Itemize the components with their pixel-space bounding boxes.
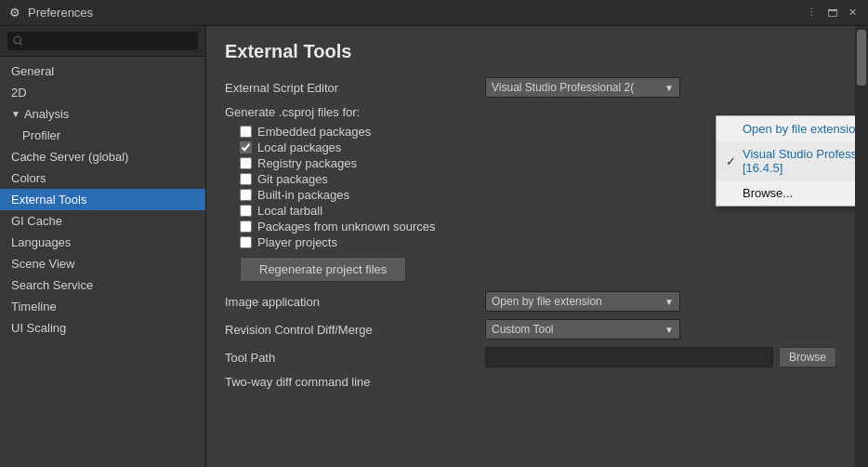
- local-label: Local packages: [257, 140, 341, 154]
- tarball-label: Local tarball: [257, 204, 322, 218]
- script-editor-dropdown[interactable]: Visual Studio Professional 2( ▼: [485, 77, 680, 98]
- script-editor-row: External Script Editor Visual Studio Pro…: [225, 77, 836, 98]
- sidebar-item-label: Profiler: [22, 128, 60, 142]
- dropdown-item-vs-professional[interactable]: ✓ Visual Studio Professional 2019 [16.4.…: [717, 141, 855, 180]
- sidebar-item-label: UI Scaling: [11, 321, 66, 335]
- image-app-row: Image application Open by file extension…: [225, 291, 836, 312]
- sidebar-item-colors[interactable]: Colors: [0, 167, 205, 189]
- player-projects-label: Player projects: [257, 235, 337, 249]
- sidebar-item-label: General: [11, 64, 54, 78]
- regenerate-button[interactable]: Regenerate project files: [240, 257, 406, 282]
- script-editor-value: Visual Studio Professional 2(: [492, 81, 659, 94]
- sidebar-item-search-service[interactable]: Search Service: [0, 274, 205, 296]
- sidebar-item-label: Languages: [11, 235, 71, 249]
- chevron-down-icon: ▼: [664, 297, 674, 307]
- page-title: External Tools: [225, 41, 836, 62]
- embedded-label: Embedded packages: [257, 125, 371, 139]
- dropdown-menu: Open by file extension ✓ Visual Studio P…: [716, 115, 855, 207]
- sidebar-item-timeline[interactable]: Timeline: [0, 296, 205, 317]
- chevron-down-icon: ▼: [11, 109, 20, 119]
- revision-value: Custom Tool: [492, 323, 659, 336]
- sidebar-item-languages[interactable]: Languages: [0, 232, 205, 253]
- vs-professional-label: Visual Studio Professional 2019 [16.4.5]: [743, 147, 855, 175]
- search-icon: [13, 35, 23, 47]
- sidebar-item-label: External Tools: [11, 193, 86, 207]
- registry-checkbox[interactable]: [240, 157, 252, 169]
- tool-path-input[interactable]: [485, 347, 773, 367]
- close-icon[interactable]: ✕: [844, 5, 861, 21]
- checkmark-icon: ✓: [726, 154, 736, 168]
- sidebar-item-label: GI Cache: [11, 214, 62, 228]
- menu-icon[interactable]: ⋮: [803, 5, 820, 21]
- unknown-sources-checkbox[interactable]: [240, 220, 252, 233]
- sidebar-item-cache-server[interactable]: Cache Server (global): [0, 146, 205, 167]
- revision-row: Revision Control Diff/Merge Custom Tool …: [225, 319, 836, 340]
- checkbox-player-projects: Player projects: [240, 235, 836, 249]
- git-checkbox[interactable]: [240, 173, 252, 185]
- restore-icon[interactable]: 🗖: [823, 5, 840, 21]
- two-way-row: Two-way diff command line: [225, 375, 836, 389]
- scrollbar-thumb[interactable]: [857, 30, 866, 86]
- titlebar-title: Preferences: [28, 6, 93, 20]
- sidebar-item-label: Analysis: [24, 107, 69, 121]
- sidebar-item-label: Cache Server (global): [11, 150, 128, 164]
- sidebar-item-profiler[interactable]: Profiler: [0, 125, 205, 146]
- local-checkbox[interactable]: [240, 141, 252, 153]
- sidebar-item-scene-view[interactable]: Scene View: [0, 253, 205, 274]
- image-app-value: Open by file extension: [492, 295, 659, 308]
- sidebar-item-gi-cache[interactable]: GI Cache: [0, 210, 205, 232]
- svg-line-1: [20, 43, 22, 46]
- sidebar-item-label: Scene View: [11, 257, 74, 271]
- sidebar: General 2D ▼ Analysis Profiler Cache Ser…: [0, 26, 206, 467]
- scrollbar[interactable]: [855, 26, 868, 467]
- sidebar-item-2d[interactable]: 2D: [0, 82, 205, 103]
- chevron-down-icon: ▼: [664, 83, 674, 93]
- script-editor-label: External Script Editor: [225, 81, 485, 95]
- chevron-down-icon: ▼: [664, 325, 674, 335]
- sidebar-item-general[interactable]: General: [0, 60, 205, 82]
- tool-path-row: Tool Path Browse: [225, 347, 836, 367]
- sidebar-nav: General 2D ▼ Analysis Profiler Cache Ser…: [0, 57, 205, 467]
- player-projects-checkbox[interactable]: [240, 236, 252, 248]
- titlebar: ⚙ Preferences ⋮ 🗖 ✕: [0, 0, 868, 26]
- embedded-checkbox[interactable]: [240, 126, 252, 138]
- sidebar-item-label: 2D: [11, 86, 27, 100]
- registry-label: Registry packages: [257, 156, 357, 170]
- builtin-label: Built-in packages: [257, 188, 349, 202]
- image-app-dropdown[interactable]: Open by file extension ▼: [485, 291, 680, 312]
- open-by-extension-label: Open by file extension: [743, 122, 855, 136]
- revision-label: Revision Control Diff/Merge: [225, 323, 485, 337]
- git-label: Git packages: [257, 172, 328, 186]
- revision-dropdown[interactable]: Custom Tool ▼: [485, 319, 680, 340]
- sidebar-item-label: Search Service: [11, 278, 93, 292]
- browse-label: Browse...: [743, 186, 793, 200]
- tarball-checkbox[interactable]: [240, 205, 252, 217]
- unknown-sources-label: Packages from unknown sources: [257, 220, 435, 234]
- dropdown-item-browse[interactable]: Browse...: [717, 180, 855, 206]
- search-bar: [0, 26, 205, 57]
- two-way-label: Two-way diff command line: [225, 375, 485, 389]
- dropdown-item-open-by-extension[interactable]: Open by file extension: [717, 116, 855, 141]
- browse-button[interactable]: Browse: [779, 347, 836, 367]
- window-controls: ⋮ 🗖 ✕: [803, 5, 861, 21]
- checkbox-unknown-sources: Packages from unknown sources: [240, 220, 836, 234]
- app-icon: ⚙: [7, 6, 22, 20]
- search-input[interactable]: [27, 34, 192, 47]
- sidebar-item-external-tools[interactable]: External Tools: [0, 189, 205, 210]
- content-area: External Tools External Script Editor Vi…: [206, 26, 855, 467]
- sidebar-item-analysis[interactable]: ▼ Analysis: [0, 103, 205, 125]
- tool-path-label: Tool Path: [225, 351, 485, 365]
- sidebar-item-label: Colors: [11, 171, 46, 185]
- image-app-label: Image application: [225, 295, 485, 309]
- sidebar-item-label: Timeline: [11, 300, 57, 314]
- builtin-checkbox[interactable]: [240, 189, 252, 201]
- sidebar-item-ui-scaling[interactable]: UI Scaling: [0, 317, 205, 339]
- svg-point-0: [14, 36, 20, 43]
